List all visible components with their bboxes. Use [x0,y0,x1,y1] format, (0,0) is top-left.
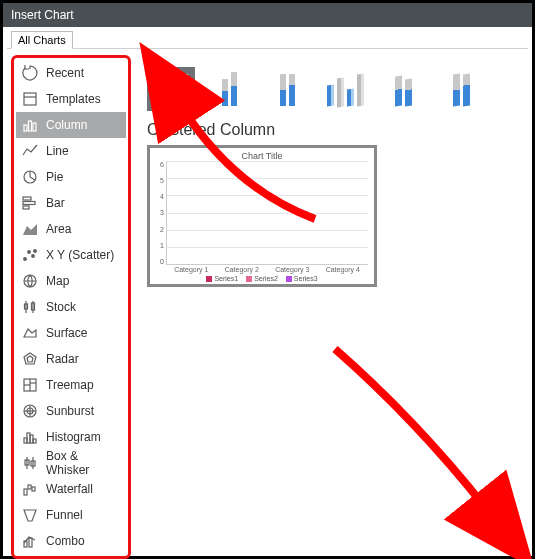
sidebar-item-map[interactable]: Map [16,268,126,294]
sidebar-item-treemap[interactable]: Treemap [16,372,126,398]
svg-point-10 [28,251,31,254]
subtype-3d-100-stacked-column[interactable] [437,67,485,111]
x-axis: Category 1Category 2Category 3Category 4 [156,266,368,273]
subtype-3d-stacked-column[interactable] [379,67,427,111]
tab-row: All Charts [7,31,528,49]
dialog-body: All Charts Recent [3,27,532,559]
sidebar-item-recent[interactable]: Recent [16,60,126,86]
chart-title: Chart Title [156,151,368,161]
svg-rect-6 [23,197,31,200]
sidebar-item-radar[interactable]: Radar [16,346,126,372]
svg-rect-41 [29,538,32,547]
map-icon [22,273,38,289]
sidebar-highlight-annotation: Recent Templates Column [11,55,131,559]
svg-rect-31 [33,439,36,443]
bar-icon [22,195,38,211]
svg-point-9 [24,258,27,261]
sidebar-item-label: Column [46,118,87,132]
subtype-stacked-column[interactable] [205,67,253,111]
sidebar-item-label: X Y (Scatter) [46,248,114,262]
sidebar-item-label: Surface [46,326,87,340]
histogram-icon [22,429,38,445]
subtype-row [147,59,518,111]
svg-rect-3 [29,121,32,131]
templates-icon [22,91,38,107]
sidebar-item-bar[interactable]: Bar [16,190,126,216]
sidebar-item-label: Combo [46,534,85,548]
sidebar-item-combo[interactable]: Combo [16,528,126,554]
sidebar-item-sunburst[interactable]: Sunburst [16,398,126,424]
sidebar-item-label: Pie [46,170,63,184]
sidebar-item-boxwhisker[interactable]: Box & Whisker [16,450,126,476]
column-icon [22,117,38,133]
svg-marker-39 [24,510,36,521]
area-icon [22,221,38,237]
pie-icon [22,169,38,185]
stock-icon [22,299,38,315]
chart-subtype-panel: Clustered Column Chart Title 6543210 Cat… [135,49,528,559]
sidebar-item-label: Treemap [46,378,94,392]
sidebar-item-pie[interactable]: Pie [16,164,126,190]
sidebar-item-stock[interactable]: Stock [16,294,126,320]
chart-preview[interactable]: Chart Title 6543210 Category 1Category 2… [147,145,377,287]
svg-rect-37 [28,485,31,489]
sidebar-item-area[interactable]: Area [16,216,126,242]
svg-rect-7 [23,202,35,205]
legend: Series1Series2Series3 [156,275,368,282]
sidebar-item-label: Radar [46,352,79,366]
sidebar-item-column[interactable]: Column [16,112,126,138]
subtype-100-stacked-column[interactable] [263,67,311,111]
svg-rect-4 [33,123,36,131]
sidebar-item-label: Sunburst [46,404,94,418]
sidebar-item-label: Stock [46,300,76,314]
tab-label: All Charts [18,34,66,46]
plot-area: 6543210 [156,161,368,265]
chart-grid [166,161,368,265]
chart-category-sidebar: Recent Templates Column [7,49,135,559]
sidebar-item-label: Funnel [46,508,83,522]
tab-all-charts[interactable]: All Charts [11,31,73,49]
y-axis: 6543210 [156,161,166,265]
svg-rect-36 [24,489,27,495]
subtype-title: Clustered Column [147,121,518,139]
sidebar-item-label: Box & Whisker [46,449,120,477]
svg-rect-0 [24,93,36,105]
recent-icon [22,65,38,81]
boxwhisker-icon [22,455,38,471]
sidebar-item-templates[interactable]: Templates [16,86,126,112]
arrow-annotation-ok [325,339,505,532]
svg-rect-38 [32,487,35,491]
sidebar-item-surface[interactable]: Surface [16,320,126,346]
line-icon [22,143,38,159]
sidebar-item-label: Line [46,144,69,158]
svg-point-11 [32,255,35,258]
insert-chart-dialog: Insert Chart All Charts Recent [0,0,535,559]
sidebar-item-label: Map [46,274,69,288]
subtype-3d-clustered-column[interactable] [321,67,369,111]
sidebar-item-histogram[interactable]: Histogram [16,424,126,450]
svg-marker-19 [27,356,33,362]
content-area: Recent Templates Column [7,48,528,559]
window-title: Insert Chart [11,8,74,22]
radar-icon [22,351,38,367]
combo-icon [22,533,38,549]
sidebar-item-label: Recent [46,66,84,80]
sunburst-icon [22,403,38,419]
svg-point-12 [34,250,37,253]
sidebar-item-funnel[interactable]: Funnel [16,502,126,528]
sidebar-item-line[interactable]: Line [16,138,126,164]
titlebar: Insert Chart [3,3,532,27]
sidebar-item-label: Bar [46,196,65,210]
sidebar-item-scatter[interactable]: X Y (Scatter) [16,242,126,268]
svg-rect-8 [23,206,29,209]
sidebar-item-label: Histogram [46,430,101,444]
sidebar-item-label: Area [46,222,71,236]
surface-icon [22,325,38,341]
sidebar-item-label: Templates [46,92,101,106]
svg-rect-2 [24,125,27,131]
scatter-icon [22,247,38,263]
subtype-clustered-column[interactable] [147,67,195,111]
sidebar-item-waterfall[interactable]: Waterfall [16,476,126,502]
funnel-icon [22,507,38,523]
treemap-icon [22,377,38,393]
